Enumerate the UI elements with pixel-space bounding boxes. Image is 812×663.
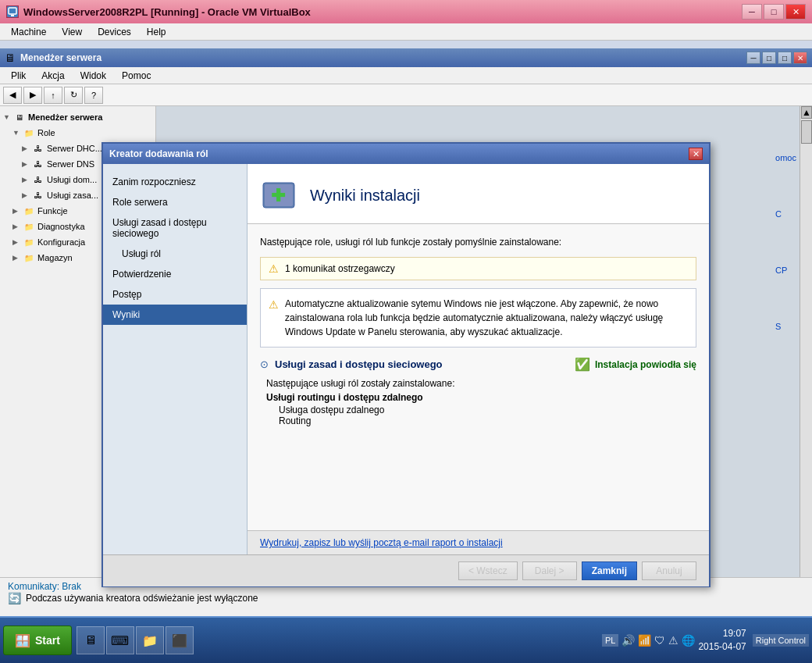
inner-close-btn[interactable]: ✕: [793, 52, 807, 64]
toolbar: ◀ ▶ ↑ ↻ ?: [0, 84, 812, 106]
storage-icon: 📁: [23, 252, 34, 263]
dialog-footer: Wydrukuj, zapisz lub wyślij pocztą e-mai…: [248, 530, 709, 554]
right-control-label: Right Control: [753, 634, 809, 647]
installed-list: Następujące usługi ról zostały zainstalo…: [266, 378, 696, 426]
dialog-title: Kreator dodawania ról: [109, 148, 208, 159]
window-controls: ─ □ ✕: [742, 4, 806, 20]
globe-icon[interactable]: 🌐: [682, 634, 695, 647]
refresh-note: Podczas używania kreatora odświeżanie je…: [26, 593, 258, 604]
diag-expand-icon: ▶: [12, 223, 20, 230]
inner-window-title: Menedżer serwera: [20, 52, 102, 63]
inner-titlebar: 🖥 Menedżer serwera ─ □ □ ✕: [0, 48, 812, 67]
sidebar-item-root[interactable]: ▼ 🖥 Menedżer serwera: [0, 109, 155, 125]
messages-label: Komunikaty: Brak: [8, 581, 81, 592]
toolbar-refresh[interactable]: ↻: [64, 87, 83, 104]
toolbar-help[interactable]: ?: [84, 87, 103, 104]
close-button[interactable]: ✕: [785, 4, 806, 20]
features-icon: 📁: [23, 205, 34, 216]
dom-icon: 🖧: [33, 174, 44, 185]
dialog-header-title: Wyniki instalacji: [310, 187, 420, 205]
shield-icon[interactable]: 🛡: [654, 634, 665, 647]
menu-help[interactable]: Help: [139, 25, 174, 39]
inner-restore-btn[interactable]: □: [762, 52, 776, 64]
installed-role: Usługi routingu i dostępu zdalnego: [266, 392, 696, 403]
inner-minimize-btn[interactable]: ─: [746, 52, 760, 64]
warning-bar: ⚠ 1 komunikat ostrzegawczy: [260, 257, 696, 280]
refresh-status: 🔄 Podczas używania kreatora odświeżanie …: [8, 592, 804, 604]
dialog-buttons: < Wstecz Dalej > Zamknij Anuluj: [103, 554, 709, 586]
virtualbox-icon: [6, 5, 19, 18]
language-indicator: PL: [602, 634, 618, 647]
menu-view[interactable]: View: [54, 25, 90, 39]
dhcp-label: Serwer DHC...: [47, 144, 102, 153]
start-icon: 🪟: [15, 633, 30, 648]
dialog-body: Zanim rozpoczniesz Role serwera Usługi z…: [103, 164, 709, 554]
close-wizard-button[interactable]: Zamknij: [582, 561, 637, 580]
features-label: Funkcje: [37, 206, 68, 216]
toolbar-forward[interactable]: ▶: [23, 87, 42, 104]
svg-text:✚: ✚: [271, 186, 286, 205]
dialog-content: Następujące role, usługi ról lub funkcje…: [248, 224, 709, 530]
dns-icon: 🖧: [33, 159, 44, 169]
server-manager-icon: 🖥: [5, 52, 16, 64]
start-button[interactable]: 🪟 Start: [3, 626, 72, 655]
toolbar-up[interactable]: ↑: [44, 87, 62, 104]
nav-zanim[interactable]: Zanim rozpoczniesz: [103, 172, 247, 192]
dom-label: Usługi dom...: [47, 175, 97, 184]
taskbar-item-terminal[interactable]: ⬛: [166, 626, 194, 654]
taskbar-item-cmd[interactable]: ⌨: [106, 626, 134, 654]
role-icon: 📁: [23, 127, 34, 138]
dhcp-icon: 🖧: [33, 143, 44, 154]
sys-tray: PL 🔊 📶 🛡 ⚠ 🌐: [602, 634, 695, 647]
installed-sub1: Usługa dostępu zdalnego: [279, 405, 696, 415]
restore-button[interactable]: □: [764, 4, 784, 20]
cancel-button[interactable]: Anuluj: [642, 561, 696, 580]
dns-expand-icon: ▶: [22, 160, 30, 168]
section-header: ⊙ Usługi zasad i dostępu sieciowego ✅ In…: [260, 357, 696, 372]
svg-rect-2: [11, 15, 14, 16]
inner-menu-akcja[interactable]: Akcja: [34, 69, 72, 83]
diag-icon: 📁: [23, 221, 34, 232]
alert-icon[interactable]: ⚠: [668, 634, 678, 647]
sidebar-item-role[interactable]: ▼ 📁 Role: [0, 125, 155, 141]
root-label: Menedżer serwera: [28, 112, 102, 122]
dialog-close-icon[interactable]: ✕: [689, 148, 703, 160]
nav-postep[interactable]: Postęp: [103, 284, 247, 305]
taskbar-right: PL 🔊 📶 🛡 ⚠ 🌐 19:07 2015-04-07 Right Cont…: [602, 627, 809, 654]
dialog-header: ✚ Wyniki instalacji: [248, 164, 709, 224]
taskbar-item-explorer[interactable]: 📁: [136, 626, 164, 654]
nav-potwierdzenie[interactable]: Potwierdzenie: [103, 264, 247, 284]
inner-maximize-btn[interactable]: □: [778, 52, 792, 64]
section-expand-icon[interactable]: ⊙: [260, 358, 269, 370]
nav-role[interactable]: Role serwera: [103, 192, 247, 212]
dom-expand-icon: ▶: [22, 176, 30, 184]
inner-menu-widok[interactable]: Widok: [73, 69, 114, 83]
role-expand-icon: ▼: [12, 129, 20, 137]
toolbar-back[interactable]: ◀: [3, 87, 22, 104]
taskbar-clock: 19:07 2015-04-07: [698, 627, 746, 654]
inner-menubar: Plik Akcja Widok Pomoc: [0, 67, 812, 84]
network-icon[interactable]: 🔊: [621, 634, 635, 647]
menu-devices[interactable]: Devices: [90, 25, 139, 39]
scrollbar-right[interactable]: ▲: [800, 106, 812, 616]
nav-wyniki[interactable]: Wyniki: [103, 305, 247, 325]
minimize-button[interactable]: ─: [742, 4, 762, 20]
next-button[interactable]: Dalej >: [522, 561, 577, 580]
inner-menu-pomoc[interactable]: Pomoc: [114, 69, 158, 83]
back-button[interactable]: < Wstecz: [458, 561, 518, 580]
menu-machine[interactable]: Machine: [3, 25, 54, 39]
warning-icon: ⚠: [269, 262, 279, 275]
inner-window-controls: ─ □ □ ✕: [746, 52, 807, 64]
taskbar-item-server-manager[interactable]: 🖥: [77, 626, 105, 654]
clock-time: 19:07: [698, 627, 746, 640]
report-link[interactable]: Wydrukuj, zapisz lub wyślij pocztą e-mai…: [260, 537, 503, 548]
installed-sub2: Routing: [279, 415, 696, 426]
taskbar-items: 🖥 ⌨ 📁 ⬛: [77, 626, 194, 654]
dialog-nav: Zanim rozpoczniesz Role serwera Usługi z…: [103, 164, 248, 554]
inner-menu-plik[interactable]: Plik: [3, 69, 34, 83]
nav-uslugi-zasad[interactable]: Usługi zasad i dostępu sieciowego: [103, 212, 247, 244]
nav-uslugi-rol[interactable]: Usługi ról: [103, 244, 247, 264]
volume-icon[interactable]: 📶: [638, 634, 651, 647]
config-expand-icon: ▶: [12, 238, 20, 246]
root-icon: 🖥: [14, 112, 25, 123]
